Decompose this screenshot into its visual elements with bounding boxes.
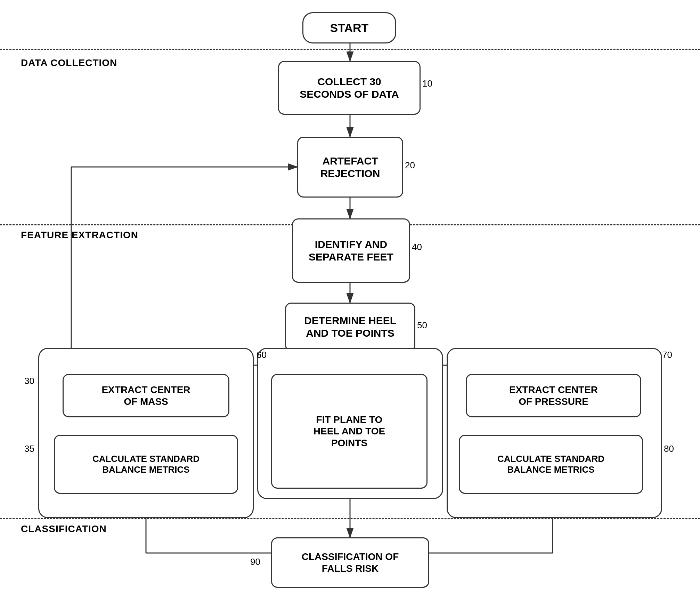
ref-40: 40 (412, 242, 422, 253)
extract-cm-box: EXTRACT CENTEROF MASS (63, 374, 229, 417)
ref-50: 50 (417, 320, 427, 331)
section-classification: CLASSIFICATION (21, 523, 107, 535)
determine-box: DETERMINE HEELAND TOE POINTS (285, 303, 415, 351)
collect-box: COLLECT 30SECONDS OF DATA (278, 61, 421, 115)
fit-plane-box: FIT PLANE TOHEEL AND TOEPOINTS (271, 374, 428, 489)
calc-sbm-right-box: CALCULATE STANDARDBALANCE METRICS (459, 435, 643, 494)
start-box: START (302, 12, 396, 43)
ref-10: 10 (422, 78, 432, 89)
identify-box: IDENTIFY ANDSEPARATE FEET (292, 218, 410, 283)
section-feature-extraction: FEATURE EXTRACTION (21, 230, 138, 241)
divider-top (0, 49, 700, 50)
ref-20: 20 (405, 160, 415, 171)
section-data-collection: DATA COLLECTION (21, 57, 117, 69)
ref-30: 30 (24, 376, 34, 386)
ref-60: 60 (257, 350, 267, 360)
calc-sbm-left-box: CALCULATE STANDARDBALANCE METRICS (54, 435, 238, 494)
ref-35: 35 (24, 443, 34, 454)
divider-bottom (0, 518, 700, 519)
diagram-container: DATA COLLECTION FEATURE EXTRACTION CLASS… (0, 0, 700, 601)
ref-80: 80 (664, 443, 674, 454)
ref-90: 90 (250, 556, 260, 567)
extract-cp-box: EXTRACT CENTEROF PRESSURE (466, 374, 641, 417)
ref-70: 70 (662, 350, 672, 360)
artefact-box: ARTEFACTREJECTION (297, 137, 403, 198)
classification-box: CLASSIFICATION OFFALLS RISK (271, 537, 429, 588)
